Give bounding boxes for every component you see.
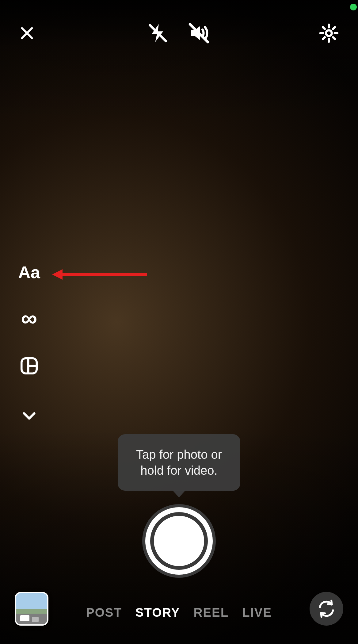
close-icon bbox=[18, 25, 36, 42]
chevron-down-icon bbox=[20, 407, 38, 424]
camera-active-indicator bbox=[350, 4, 357, 10]
boomerang-tool-button[interactable]: ∞ bbox=[18, 312, 40, 325]
shutter-core bbox=[154, 516, 204, 566]
text-tool-button[interactable]: Aa bbox=[18, 264, 40, 281]
switch-camera-button[interactable] bbox=[310, 592, 343, 626]
svg-point-4 bbox=[326, 30, 332, 36]
infinity-icon: ∞ bbox=[21, 312, 37, 325]
top-toolbar bbox=[0, 18, 358, 49]
sound-toggle[interactable] bbox=[187, 21, 211, 46]
tab-post[interactable]: POST bbox=[86, 606, 122, 619]
tab-story[interactable]: STORY bbox=[135, 606, 180, 619]
camera-mode-tabs: POST STORY REEL LIVE bbox=[86, 606, 272, 619]
annotation-arrow bbox=[52, 267, 147, 282]
shutter-button[interactable] bbox=[142, 504, 216, 578]
layout-icon bbox=[19, 356, 39, 376]
gallery-thumbnail[interactable] bbox=[15, 592, 48, 626]
flash-off-icon bbox=[147, 22, 169, 44]
gear-icon bbox=[318, 22, 340, 44]
close-button[interactable] bbox=[18, 25, 36, 43]
text-icon: Aa bbox=[18, 264, 40, 281]
tab-reel[interactable]: REEL bbox=[193, 606, 229, 619]
side-tool-rail: Aa ∞ bbox=[18, 264, 40, 424]
expand-tools-button[interactable] bbox=[18, 407, 40, 424]
flash-toggle[interactable] bbox=[147, 22, 169, 45]
bottom-bar: POST STORY REEL LIVE bbox=[0, 589, 358, 626]
tab-live[interactable]: LIVE bbox=[242, 606, 272, 619]
settings-button[interactable] bbox=[318, 22, 340, 45]
tooltip-text: Tap for photo or hold for video. bbox=[136, 448, 222, 477]
layout-tool-button[interactable] bbox=[18, 356, 40, 376]
sound-off-icon bbox=[187, 21, 211, 45]
capture-hint-tooltip: Tap for photo or hold for video. bbox=[118, 434, 240, 491]
svg-marker-9 bbox=[52, 269, 63, 280]
switch-camera-icon bbox=[317, 600, 336, 618]
